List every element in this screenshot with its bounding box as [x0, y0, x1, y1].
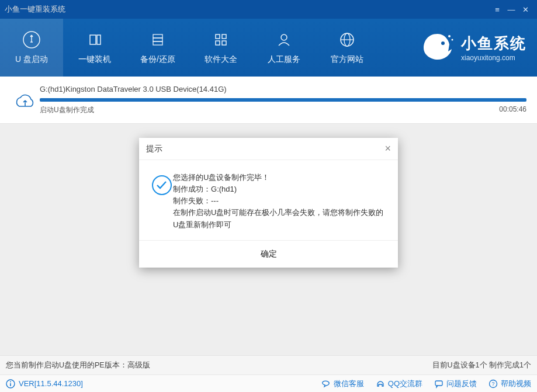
dialog-line3: 制作失败：--- [173, 195, 386, 207]
dialog-line2: 制作成功：G:(hd1) [173, 183, 386, 195]
svg-rect-8 [216, 41, 220, 45]
status-bar: 您当前制作启动U盘使用的PE版本：高级版 目前U盘设备1个 制作完成1个 [0, 355, 537, 374]
menu-backup-restore[interactable]: 备份/还原 [126, 19, 189, 77]
dialog-line4: 在制作启动U盘时可能存在极小几率会失败，请您将制作失败的U盘重新制作即可 [173, 207, 386, 230]
help-icon: ? [489, 379, 498, 388]
svg-point-19 [10, 381, 11, 382]
grid-icon [212, 30, 230, 51]
menu-website[interactable]: 官方网站 [316, 19, 379, 77]
dialog: 提示 × 您选择的U盘设备制作完毕！ 制作成功：G:(hd1) 制作失败：---… [139, 138, 398, 268]
progress-bar [40, 98, 526, 102]
svg-text:?: ? [491, 381, 494, 387]
minimize-button[interactable]: — [504, 5, 518, 14]
menu-software[interactable]: 软件大全 [189, 19, 252, 77]
window-title: 小鱼一键重装系统 [5, 4, 490, 15]
menu-usb-boot[interactable]: U 盘启动 [0, 19, 63, 77]
device-row: G:(hd1)Kingston DataTraveler 3.0 USB Dev… [0, 77, 537, 124]
svg-rect-3 [153, 34, 162, 38]
dialog-ok-button[interactable]: 确定 [255, 248, 283, 261]
menu-label: 人工服务 [268, 54, 300, 65]
svg-rect-1 [90, 35, 96, 44]
computer-icon [85, 30, 104, 51]
titlebar: 小鱼一键重装系统 ≡ — ✕ [0, 0, 537, 19]
device-time: 00:05:46 [499, 105, 526, 115]
message-icon [434, 379, 444, 388]
globe-icon [338, 30, 356, 51]
fish-logo-icon [420, 30, 455, 65]
headset-icon [376, 379, 385, 388]
footer-feedback[interactable]: 问题反馈 [434, 379, 477, 389]
svg-rect-2 [97, 35, 101, 44]
brand-url: xiaoyuxitong.com [461, 54, 526, 62]
menu-support[interactable]: 人工服务 [252, 19, 316, 77]
brand-area: 小鱼系统 xiaoyuxitong.com [379, 19, 537, 77]
svg-rect-7 [222, 34, 226, 39]
menu-label: 备份/还原 [140, 54, 175, 65]
menu-label: 软件大全 [205, 54, 237, 65]
dialog-close-button[interactable]: × [384, 143, 391, 155]
svg-point-10 [281, 34, 287, 40]
menu-label: 官方网站 [331, 54, 363, 65]
server-icon [148, 30, 167, 51]
main-toolbar: U 盘启动 一键装机 备份/还原 软件大全 人工服务 官方网站 [0, 19, 537, 77]
device-status: 启动U盘制作完成 [40, 105, 94, 115]
svg-rect-20 [435, 381, 442, 386]
checkmark-icon [151, 172, 173, 231]
progress-fill [40, 98, 526, 102]
menu-label: 一键装机 [78, 54, 111, 65]
svg-rect-4 [153, 38, 162, 41]
footer-wechat[interactable]: 微信客服 [321, 379, 364, 389]
menu-one-key-install[interactable]: 一键装机 [63, 19, 126, 77]
person-icon [275, 30, 293, 51]
svg-point-16 [452, 39, 453, 40]
menu-label: U 盘启动 [15, 54, 48, 65]
brand-name: 小鱼系统 [461, 33, 526, 54]
usb-count-text: 目前U盘设备1个 制作完成1个 [432, 360, 531, 370]
cloud-upload-icon [11, 93, 40, 111]
usb-icon [22, 30, 41, 51]
bottom-bar: VER[11.5.44.1230] 微信客服 QQ交流群 问题反馈 ? 帮助视频 [0, 374, 537, 392]
chat-icon [321, 379, 331, 388]
pe-version-text: 您当前制作启动U盘使用的PE版本：高级版 [6, 360, 150, 370]
svg-point-14 [441, 41, 445, 45]
device-title: G:(hd1)Kingston DataTraveler 3.0 USB Dev… [40, 85, 526, 93]
version-label[interactable]: VER[11.5.44.1230] [6, 379, 83, 388]
info-icon [6, 379, 15, 388]
svg-rect-6 [216, 34, 220, 39]
footer-help[interactable]: ? 帮助视频 [489, 379, 531, 389]
svg-rect-5 [153, 41, 162, 45]
dialog-line1: 您选择的U盘设备制作完毕！ [173, 172, 386, 183]
footer-qq[interactable]: QQ交流群 [376, 379, 422, 389]
close-button[interactable]: ✕ [518, 5, 532, 14]
svg-point-15 [448, 35, 451, 37]
menu-icon[interactable]: ≡ [490, 5, 504, 14]
dialog-title: 提示 [146, 144, 162, 154]
svg-rect-9 [222, 41, 226, 45]
